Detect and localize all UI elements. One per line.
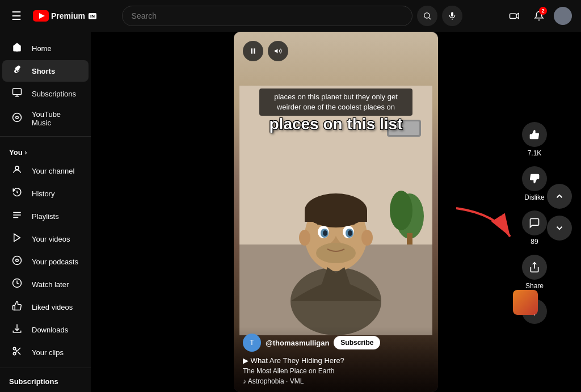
svg-rect-45 <box>251 48 252 53</box>
sidebar-item-watch-later-label: Watch later <box>32 280 69 289</box>
mic-button[interactable] <box>442 6 462 26</box>
sidebar-item-shorts-label: Shorts <box>32 67 55 75</box>
svg-point-19 <box>13 352 16 355</box>
video-main-title: places on this list <box>251 116 421 133</box>
svg-marker-47 <box>275 49 277 53</box>
svg-line-21 <box>18 352 20 355</box>
comment-icon <box>529 217 540 229</box>
share-label: Share <box>525 282 544 290</box>
svg-point-9 <box>13 113 22 122</box>
sidebar-item-your-channel[interactable]: Your channel <box>2 160 89 182</box>
sidebar-item-your-clips[interactable]: Your clips <box>2 342 89 363</box>
nav-down-button[interactable] <box>547 216 572 241</box>
volume-button[interactable] <box>268 41 288 61</box>
sidebar-item-playlists-label: Playlists <box>32 212 59 221</box>
home-icon <box>11 42 23 54</box>
menu-button[interactable]: ☰ <box>9 7 24 25</box>
sidebar-item-your-podcasts[interactable]: Your podcasts <box>2 251 89 272</box>
dislike-icon <box>529 173 540 184</box>
svg-rect-4 <box>451 12 453 16</box>
sidebar-item-home[interactable]: Home <box>2 37 89 59</box>
video-title: ▶ What Are They Hiding Here? <box>243 356 429 365</box>
channel-name: @thomasmulligan <box>266 339 329 347</box>
you-section-title[interactable]: You › <box>0 141 91 159</box>
svg-point-18 <box>13 347 16 350</box>
channel-row: T @thomasmulligan Subscribe <box>243 334 429 352</box>
svg-point-43 <box>299 230 310 246</box>
subscriptions-icon <box>11 87 23 100</box>
pause-button[interactable] <box>243 41 263 61</box>
you-chevron-icon: › <box>25 149 27 157</box>
your-clips-icon <box>11 346 23 359</box>
sidebar-item-your-clips-label: Your clips <box>32 348 64 357</box>
sidebar-item-liked-videos-label: Liked videos <box>32 303 73 311</box>
create-button[interactable] <box>504 6 524 26</box>
avatar[interactable] <box>554 7 572 25</box>
sidebar-item-home-label: Home <box>32 44 52 53</box>
sidebar-item-playlists[interactable]: Playlists <box>2 205 89 227</box>
sidebar-item-liked-videos[interactable]: Liked videos <box>2 296 89 318</box>
camera-icon <box>509 11 519 21</box>
your-channel-icon <box>11 165 23 177</box>
like-icon-circle <box>522 122 547 147</box>
share-icon-circle <box>522 255 547 280</box>
main-layout: Home Shorts Subscriptions YouTube Music <box>0 32 581 392</box>
sidebar-item-history[interactable]: History <box>2 183 89 204</box>
notifications-button[interactable]: 2 <box>529 6 549 26</box>
svg-rect-8 <box>13 88 22 95</box>
your-podcasts-icon <box>11 255 23 268</box>
share-button[interactable]: Share <box>522 255 547 290</box>
youtube-logo-icon <box>33 10 49 22</box>
sidebar-item-youtube-music[interactable]: YouTube Music <box>2 106 89 132</box>
premium-badge: IN <box>89 13 96 19</box>
sidebar-item-watch-later[interactable]: Watch later <box>2 273 89 295</box>
playlists-icon <box>11 210 23 222</box>
svg-point-10 <box>16 116 19 119</box>
sidebar-divider-2 <box>0 368 91 368</box>
sidebar-item-shorts[interactable]: Shorts <box>2 60 89 82</box>
sidebar-item-downloads[interactable]: Downloads <box>2 319 89 340</box>
header: ☰ Premium IN 2 <box>0 0 581 32</box>
dislike-label: Dislike <box>524 193 544 201</box>
video-subtitle-line: The Most Alien Place on Earth <box>243 367 429 375</box>
svg-point-41 <box>348 230 352 236</box>
svg-rect-6 <box>510 14 516 18</box>
sidebar-item-your-videos[interactable]: Your videos <box>2 228 89 250</box>
sidebar-item-your-channel-label: Your channel <box>32 167 74 175</box>
svg-rect-35 <box>305 210 367 222</box>
video-subtitle-overlay: places on this planet but they only get … <box>259 88 412 116</box>
music-row: ♪ Astrophobia · VML <box>243 377 429 385</box>
search-button[interactable] <box>417 6 437 26</box>
search-input[interactable] <box>132 11 403 20</box>
subscription-item-1[interactable] <box>2 389 89 392</box>
sidebar-item-downloads-label: Downloads <box>32 326 68 334</box>
next-video-thumbnail[interactable] <box>513 290 538 315</box>
header-right: 2 <box>504 6 572 26</box>
svg-line-3 <box>429 18 431 19</box>
channel-avatar: T <box>243 334 261 352</box>
nav-up-button[interactable] <box>547 184 572 209</box>
like-button[interactable]: 7.1K <box>522 122 547 157</box>
video-top-controls <box>243 41 288 61</box>
header-center <box>122 6 462 26</box>
premium-logo-text: Premium <box>51 11 85 20</box>
svg-point-40 <box>323 230 327 236</box>
mic-icon <box>448 11 457 20</box>
subscribe-button[interactable]: Subscribe <box>334 336 380 349</box>
dislike-button[interactable]: Dislike <box>522 166 547 201</box>
svg-point-11 <box>15 166 19 170</box>
like-icon <box>529 129 540 140</box>
sidebar-item-history-label: History <box>32 189 54 198</box>
notification-badge: 2 <box>539 7 547 15</box>
right-actions: 7.1K Dislike 89 Share <box>522 122 547 324</box>
subscriptions-section-title: Subscriptions <box>0 373 91 388</box>
header-left: ☰ Premium IN <box>9 7 96 25</box>
share-icon <box>529 262 540 273</box>
shorts-video-container: places on this planet but they only get … <box>234 32 438 392</box>
up-arrow-icon <box>554 191 565 201</box>
sidebar-item-subscriptions[interactable]: Subscriptions <box>2 83 89 104</box>
comments-count: 89 <box>531 238 538 246</box>
svg-point-42 <box>316 243 356 263</box>
comments-button[interactable]: 89 <box>522 210 547 246</box>
svg-rect-30 <box>407 233 412 245</box>
